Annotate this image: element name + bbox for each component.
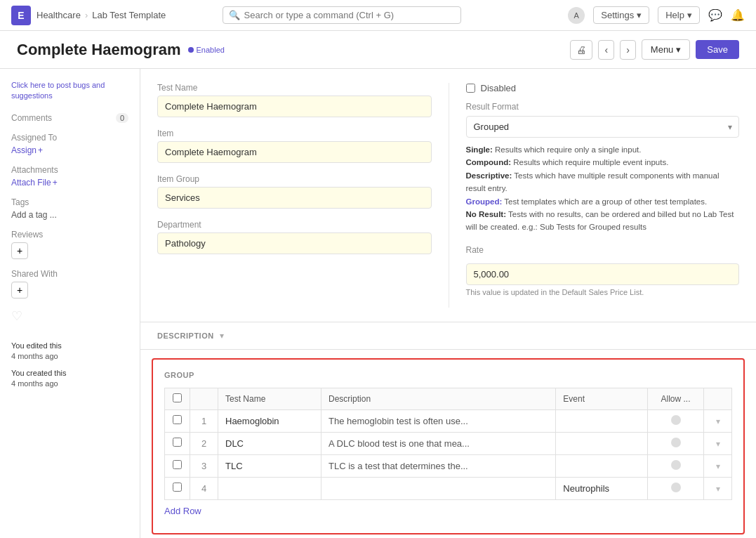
header-checkbox-col: [165, 388, 190, 409]
comments-label: Comments 0: [11, 113, 128, 123]
row-test-name: TLC: [218, 454, 321, 477]
header-num-col: [190, 388, 218, 409]
format-grouped: Grouped: Test templates which are a grou…: [466, 195, 740, 208]
sidebar-tags: Tags Add a tag ...: [11, 197, 128, 220]
item-group-input[interactable]: [157, 187, 432, 209]
rate-label: Rate: [466, 245, 740, 255]
row-action[interactable]: ▾: [704, 454, 732, 477]
assigned-to-label: Assigned To: [11, 133, 128, 143]
table-header: Test Name Description Event Allow ...: [165, 388, 732, 409]
row-dropdown-icon[interactable]: ▾: [716, 484, 720, 494]
attach-file-link[interactable]: Attach File +: [11, 178, 128, 188]
row-checkbox[interactable]: [173, 460, 182, 469]
group-section: GROUP Test Name Description Event Allow …: [152, 358, 745, 534]
print-button[interactable]: 🖨: [570, 40, 592, 60]
row-action[interactable]: ▾: [704, 409, 732, 432]
title-row: Complete Haemogram Enabled: [17, 41, 225, 59]
assign-link[interactable]: Assign +: [11, 145, 128, 155]
chevron-down-icon: ▾: [220, 331, 224, 341]
status-label: Enabled: [197, 46, 225, 54]
topnav-right: A Settings ▾ Help ▾ 💬 🔔: [568, 6, 745, 24]
help-button[interactable]: Help ▾: [658, 6, 700, 24]
row-num: 2: [190, 432, 218, 454]
main-layout: Click here to post bugs and suggestions …: [0, 69, 756, 538]
result-format-select-wrapper: Grouped Single Compound Descriptive No R…: [466, 116, 740, 138]
sidebar-shared-with: Shared With +: [11, 269, 128, 298]
prev-button[interactable]: ‹: [598, 40, 614, 60]
item-label: Item: [157, 129, 432, 138]
add-tag[interactable]: Add a tag ...: [11, 210, 128, 220]
row-description: TLC is a test that determines the...: [321, 454, 556, 477]
heart-icon: ♡: [11, 308, 128, 324]
row-test-name: DLC: [218, 432, 321, 454]
format-compound: Compound: Results which require multiple…: [466, 156, 740, 169]
bell-icon[interactable]: 🔔: [731, 8, 745, 22]
rate-note: This value is updated in the Default Sal…: [466, 288, 740, 296]
description-label: DESCRIPTION: [157, 332, 214, 340]
breadcrumb-lab-test[interactable]: Lab Test Template: [92, 10, 166, 20]
settings-label: Settings: [601, 10, 634, 20]
item-input[interactable]: [157, 141, 432, 163]
row-checkbox[interactable]: [173, 483, 182, 492]
disabled-checkbox[interactable]: [466, 84, 475, 93]
row-checkbox[interactable]: [173, 415, 182, 424]
add-row-button[interactable]: Add Row: [164, 500, 201, 522]
row-dropdown-icon[interactable]: ▾: [716, 461, 720, 471]
settings-button[interactable]: Settings ▾: [593, 6, 649, 24]
breadcrumb-sep1: ›: [85, 10, 88, 20]
help-label: Help: [665, 10, 684, 20]
breadcrumb-healthcare[interactable]: Healthcare: [37, 10, 81, 20]
page-header: Complete Haemogram Enabled 🖨 ‹ › Menu ▾ …: [0, 31, 756, 69]
row-dropdown-icon[interactable]: ▾: [716, 416, 720, 426]
add-review-button[interactable]: +: [11, 242, 28, 259]
global-search[interactable]: 🔍: [223, 6, 461, 24]
header-event: Event: [556, 388, 648, 409]
chevron-down-icon: ▾: [637, 10, 642, 20]
reviews-label: Reviews: [11, 230, 128, 240]
chat-icon[interactable]: 💬: [708, 8, 722, 22]
row-event: [556, 432, 648, 454]
row-event: Neutrophils: [556, 477, 648, 499]
disabled-label: Disabled: [481, 83, 517, 93]
row-action[interactable]: ▾: [704, 432, 732, 454]
group-label: GROUP: [164, 371, 732, 379]
test-name-input[interactable]: [157, 96, 432, 117]
page-title: Complete Haemogram: [17, 41, 181, 59]
description-section[interactable]: DESCRIPTION ▾: [140, 322, 756, 350]
form-right: Disabled Result Format Grouped Single Co…: [449, 83, 740, 308]
chevron-down-icon: ▾: [676, 44, 681, 55]
test-name-group: Test Name: [157, 83, 432, 117]
allow-icon: [671, 483, 681, 492]
add-shared-button[interactable]: +: [11, 282, 28, 298]
comments-count: 0: [116, 113, 128, 123]
department-group: Department: [157, 220, 432, 254]
row-event: [556, 409, 648, 432]
table-row: 3 TLC TLC is a test that determines the.…: [165, 454, 732, 477]
status-badge: Enabled: [188, 46, 225, 54]
sidebar-attachments: Attachments Attach File +: [11, 165, 128, 188]
result-format-select[interactable]: Grouped Single Compound Descriptive No R…: [466, 116, 740, 138]
result-format-label: Result Format: [466, 102, 740, 112]
status-dot: [188, 47, 194, 53]
format-single: Single: Results which require only a sin…: [466, 143, 740, 156]
row-action[interactable]: ▾: [704, 477, 732, 499]
shared-with-label: Shared With: [11, 269, 128, 279]
header-test-name: Test Name: [218, 388, 321, 409]
form-grid: Test Name Item Item Group Department: [157, 83, 739, 308]
rate-input[interactable]: [466, 263, 740, 285]
save-button[interactable]: Save: [696, 40, 739, 59]
row-checkbox[interactable]: [173, 438, 182, 447]
row-dropdown-icon[interactable]: ▾: [716, 439, 720, 449]
select-all-checkbox[interactable]: [173, 393, 182, 402]
menu-button[interactable]: Menu ▾: [642, 39, 691, 60]
header-description: Description: [321, 388, 556, 409]
rate-group: Rate This value is updated in the Defaul…: [466, 245, 740, 296]
bug-link[interactable]: Click here to post bugs and suggestions: [11, 80, 128, 102]
next-button[interactable]: ›: [620, 40, 636, 60]
department-input[interactable]: [157, 232, 432, 254]
header-actions: 🖨 ‹ › Menu ▾ Save: [570, 39, 739, 60]
row-num: 3: [190, 454, 218, 477]
row-description: A DLC blood test is one that mea...: [321, 432, 556, 454]
format-noresult: No Result: Tests with no results, can be…: [466, 208, 740, 234]
search-input[interactable]: [244, 10, 455, 20]
